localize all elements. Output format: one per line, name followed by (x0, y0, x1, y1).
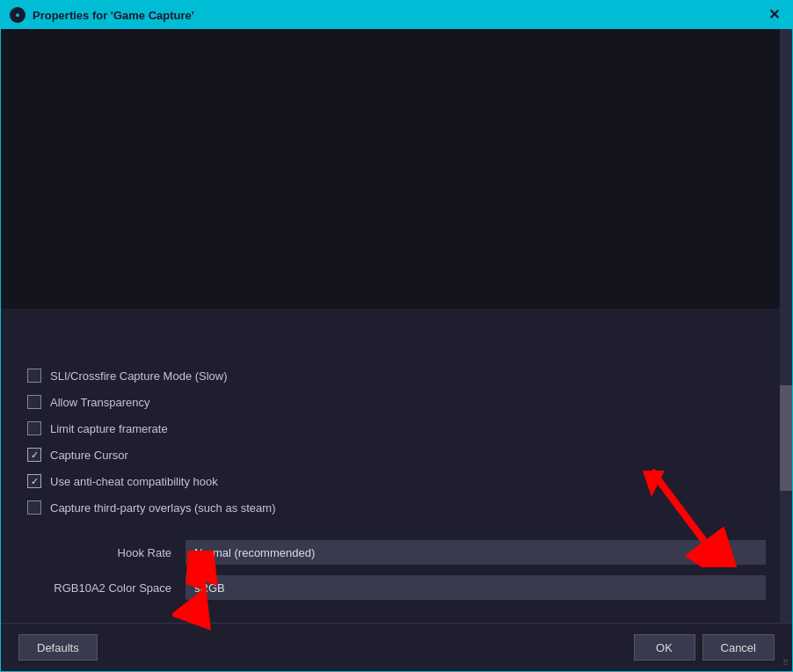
properties-window: ● Properties for 'Game Capture' ✕ SLI/Cr… (0, 0, 793, 672)
colorspace-input[interactable] (186, 575, 766, 600)
upper-area (1, 29, 792, 309)
checkbox-row-transparency: Allow Transparency (18, 389, 766, 415)
checkbox-row-cursor: Capture Cursor (18, 442, 766, 468)
content-area: SLI/Crossfire Capture Mode (Slow) Allow … (1, 29, 792, 623)
checkbox-cursor[interactable] (27, 448, 41, 462)
cancel-button[interactable]: Cancel (702, 634, 775, 661)
checkbox-anticheat[interactable] (27, 474, 41, 488)
checkbox-label-anticheat: Use anti-cheat compatibility hook (50, 475, 218, 488)
checkbox-overlays[interactable] (27, 500, 41, 515)
app-icon: ● (10, 7, 25, 23)
close-button[interactable]: ✕ (765, 6, 783, 24)
checkbox-framerate[interactable] (27, 421, 41, 435)
checkbox-row-overlays: Capture third-party overlays (such as st… (18, 494, 766, 521)
checkbox-row-sli: SLI/Crossfire Capture Mode (Slow) (18, 362, 766, 389)
scrollbar-thumb[interactable] (780, 385, 792, 491)
action-buttons: OK Cancel (634, 634, 775, 661)
ok-button[interactable]: OK (634, 634, 695, 661)
hookrate-input[interactable] (186, 540, 766, 565)
bottom-bar: Defaults OK Cancel (1, 623, 792, 671)
titlebar: ● Properties for 'Game Capture' ✕ (1, 1, 792, 29)
checkbox-sli[interactable] (27, 369, 41, 383)
checkbox-row-anticheat: Use anti-cheat compatibility hook (18, 468, 766, 494)
checkbox-row-framerate: Limit capture framerate (18, 415, 766, 442)
checkbox-label-sli: SLI/Crossfire Capture Mode (Slow) (50, 369, 228, 383)
properties-content: SLI/Crossfire Capture Mode (Slow) Allow … (1, 309, 792, 624)
checkbox-label-cursor: Capture Cursor (50, 449, 128, 462)
resize-icon: ⠿ (782, 658, 789, 668)
titlebar-left: ● Properties for 'Game Capture' (10, 7, 194, 23)
hookrate-row: Hook Rate (18, 535, 766, 570)
colorspace-label: RGB10A2 Color Space (27, 581, 186, 595)
defaults-button[interactable]: Defaults (18, 634, 98, 661)
checkbox-label-framerate: Limit capture framerate (50, 422, 168, 435)
checkbox-label-overlays: Capture third-party overlays (such as st… (50, 501, 275, 515)
checkboxes-section: SLI/Crossfire Capture Mode (Slow) Allow … (18, 362, 766, 521)
window-title: Properties for 'Game Capture' (33, 9, 194, 22)
colorspace-row: RGB10A2 Color Space (18, 570, 766, 605)
scrollbar[interactable] (780, 29, 792, 623)
checkbox-transparency[interactable] (27, 395, 41, 409)
hookrate-label: Hook Rate (27, 546, 186, 559)
checkbox-label-transparency: Allow Transparency (50, 396, 149, 409)
